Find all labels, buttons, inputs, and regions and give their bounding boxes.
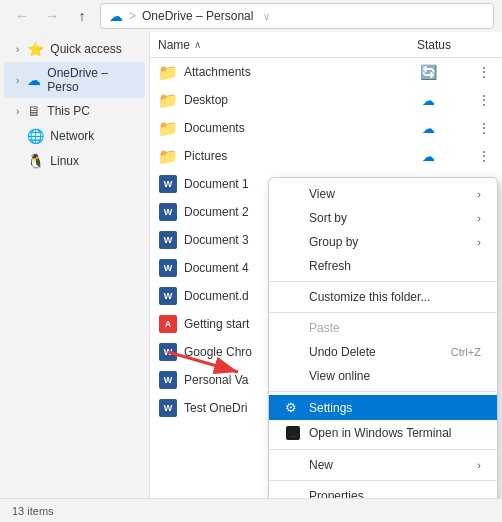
menu-item-customize[interactable]: Customize this folder... (269, 285, 497, 309)
word-icon: W (158, 258, 178, 278)
chevron-icon: › (16, 106, 19, 117)
menu-item-group-by[interactable]: Group by › (269, 230, 497, 254)
file-item-desktop[interactable]: 📁 Desktop ☁ ⋮ (150, 86, 502, 114)
file-status: ☁ (388, 149, 468, 164)
menu-item-settings[interactable]: ⚙ Settings (269, 395, 497, 420)
menu-divider (269, 449, 497, 450)
submenu-arrow-icon: › (477, 236, 481, 248)
word-icon: W (158, 230, 178, 250)
menu-item-label: Customize this folder... (309, 290, 481, 304)
file-item-pictures[interactable]: 📁 Pictures ☁ ⋮ (150, 142, 502, 170)
network-icon: 🌐 (27, 128, 44, 144)
name-column-header: Name ∧ (158, 38, 394, 52)
menu-item-view-online[interactable]: View online (269, 364, 497, 388)
menu-item-label: Undo Delete (309, 345, 443, 359)
menu-divider (269, 480, 497, 481)
address-bar[interactable]: ☁ > OneDrive – Personal ∨ (100, 3, 494, 29)
word-icon: W (158, 370, 178, 390)
menu-item-paste: Paste (269, 316, 497, 340)
file-status: 🔄 (388, 64, 468, 80)
word-icon: W (158, 286, 178, 306)
sidebar-item-linux[interactable]: › 🐧 Linux (4, 149, 145, 173)
status-column-header: Status (394, 38, 474, 52)
menu-item-label: New (309, 458, 469, 472)
menu-item-view[interactable]: View › (269, 182, 497, 206)
menu-divider (269, 391, 497, 392)
menu-item-label: Settings (309, 401, 481, 415)
titlebar: ← → ↑ ☁ > OneDrive – Personal ∨ (0, 0, 502, 32)
file-name: Desktop (184, 93, 382, 107)
onedrive-icon: ☁ (27, 72, 41, 88)
sidebar-item-onedrive[interactable]: › ☁ OneDrive – Perso (4, 62, 145, 98)
menu-item-new[interactable]: New › (269, 453, 497, 477)
sidebar-item-label: Network (50, 129, 94, 143)
file-item-documents[interactable]: 📁 Documents ☁ ⋮ (150, 114, 502, 142)
name-label: Name (158, 38, 190, 52)
statusbar-text: 13 items (12, 505, 54, 517)
word-icon: W (158, 342, 178, 362)
statusbar: 13 items (0, 498, 502, 522)
menu-item-properties[interactable]: Properties (269, 484, 497, 498)
pc-icon: 🖥 (27, 103, 41, 119)
terminal-icon: _ (285, 425, 301, 441)
menu-item-label: Paste (309, 321, 481, 335)
menu-item-refresh[interactable]: Refresh (269, 254, 497, 278)
menu-item-open-terminal[interactable]: _ Open in Windows Terminal (269, 420, 497, 446)
address-separator: > (129, 9, 136, 23)
chevron-icon: › (16, 75, 19, 86)
file-status: ☁ (388, 121, 468, 136)
sidebar-item-label: OneDrive – Perso (47, 66, 137, 94)
word-icon: W (158, 398, 178, 418)
menu-item-sort-by[interactable]: Sort by › (269, 206, 497, 230)
menu-item-label: Open in Windows Terminal (309, 426, 481, 440)
star-icon: ⭐ (27, 41, 44, 57)
sidebar-item-this-pc[interactable]: › 🖥 This PC (4, 99, 145, 123)
menu-divider (269, 281, 497, 282)
column-headers: Name ∧ Status (150, 32, 502, 58)
back-button[interactable]: ← (8, 4, 36, 28)
sidebar-item-label: This PC (47, 104, 90, 118)
menu-item-label: Group by (309, 235, 469, 249)
sidebar-item-label: Quick access (50, 42, 121, 56)
menu-item-label: View (309, 187, 469, 201)
folder-icon: 📁 (158, 62, 178, 82)
up-button[interactable]: ↑ (68, 4, 96, 28)
menu-divider (269, 312, 497, 313)
submenu-arrow-icon: › (477, 188, 481, 200)
nav-buttons: ← → ↑ (8, 4, 96, 28)
folder-icon: 📁 (158, 90, 178, 110)
file-item-attachments[interactable]: 📁 Attachments 🔄 ⋮ (150, 58, 502, 86)
sidebar-item-network[interactable]: › 🌐 Network (4, 124, 145, 148)
onedrive-icon: ☁ (109, 8, 123, 24)
file-name: Pictures (184, 149, 382, 163)
main-layout: › ⭐ Quick access › ☁ OneDrive – Perso › … (0, 32, 502, 498)
more-icon: ⋮ (474, 92, 494, 108)
address-chevron-icon: ∨ (263, 11, 270, 22)
shortcut-label: Ctrl+Z (451, 346, 481, 358)
menu-item-undo-delete[interactable]: Undo Delete Ctrl+Z (269, 340, 497, 364)
submenu-arrow-icon: › (477, 459, 481, 471)
menu-item-label: Properties (309, 489, 481, 498)
file-name: Attachments (184, 65, 382, 79)
address-text: OneDrive – Personal (142, 9, 253, 23)
pdf-icon: A (158, 314, 178, 334)
word-icon: W (158, 174, 178, 194)
menu-item-label: Sort by (309, 211, 469, 225)
submenu-arrow-icon: › (477, 212, 481, 224)
folder-icon: 📁 (158, 118, 178, 138)
linux-icon: 🐧 (27, 153, 44, 169)
menu-item-label: View online (309, 369, 481, 383)
forward-button[interactable]: → (38, 4, 66, 28)
sidebar: › ⭐ Quick access › ☁ OneDrive – Perso › … (0, 32, 150, 498)
chevron-icon: › (16, 44, 19, 55)
content-area: Name ∧ Status 📁 Attachments 🔄 ⋮ 📁 Deskto… (150, 32, 502, 498)
file-status: ☁ (388, 93, 468, 108)
more-icon: ⋮ (474, 148, 494, 164)
context-menu: View › Sort by › Group by › Refresh Cust… (268, 177, 498, 498)
sidebar-item-quick-access[interactable]: › ⭐ Quick access (4, 37, 145, 61)
file-name: Documents (184, 121, 382, 135)
more-icon: ⋮ (474, 64, 494, 80)
folder-icon: 📁 (158, 146, 178, 166)
sort-arrow-icon: ∧ (194, 39, 201, 50)
sidebar-item-label: Linux (50, 154, 79, 168)
